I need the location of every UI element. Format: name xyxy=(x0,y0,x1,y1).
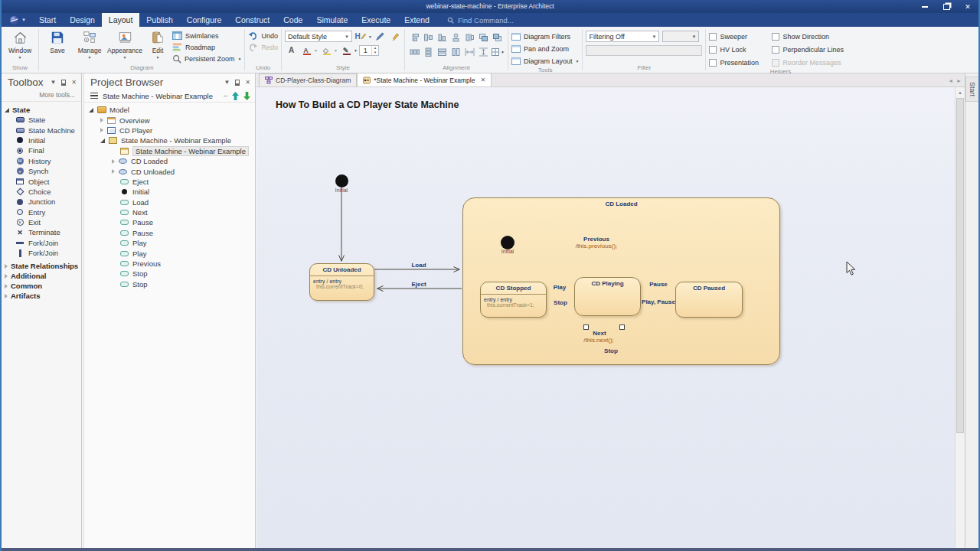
state-cd-unloaded[interactable]: CD Unloaded entry / entry this.currentTr… xyxy=(309,263,374,301)
align-bottom-button[interactable] xyxy=(436,31,449,44)
vertical-scrollbar[interactable]: ▲ xyxy=(955,87,965,548)
browser-collapse-icon[interactable]: – xyxy=(224,92,227,99)
space-evenly-h-button[interactable] xyxy=(408,46,422,58)
space-evenly-v-button[interactable] xyxy=(422,46,436,58)
toolbox-item-choice[interactable]: Choice xyxy=(5,187,81,197)
tab-configure[interactable]: Configure xyxy=(180,13,229,27)
save-button[interactable]: Save xyxy=(42,28,73,54)
toolbox-item-state[interactable]: State xyxy=(5,115,81,125)
tab-start[interactable]: Start xyxy=(32,13,63,27)
transition-label-play[interactable]: Play xyxy=(554,284,566,291)
redo-button[interactable]: Redo xyxy=(248,42,278,52)
transition-effect-next[interactable]: /this.next(); xyxy=(583,337,614,344)
bring-forward-button[interactable] xyxy=(477,31,491,44)
filtering-combobox[interactable]: Filtering Off ▼ xyxy=(586,31,659,42)
tree-row-previous[interactable]: Previous xyxy=(89,259,255,269)
presentation-checkbox[interactable]: Presentation xyxy=(709,57,769,67)
edit-button[interactable]: Edit ▼ xyxy=(145,28,171,60)
find-command[interactable]: Find Command... xyxy=(447,13,514,27)
initial-node-inner[interactable] xyxy=(501,236,514,249)
align-right-button[interactable] xyxy=(463,31,477,44)
tab-publish[interactable]: Publish xyxy=(139,13,179,27)
tree-row-play-1[interactable]: Play xyxy=(89,238,255,248)
toolbox-item-final[interactable]: Final xyxy=(5,145,81,155)
tree-row-state-machine-diagram[interactable]: State Machine - Webinar Example xyxy=(89,146,255,156)
manage-button[interactable]: Manage ▼ xyxy=(74,28,105,60)
app-menu-button[interactable]: ▼ xyxy=(2,13,32,27)
scroll-up-icon[interactable]: ▲ xyxy=(956,87,965,97)
toolbox-section-artifacts[interactable]: Artifacts xyxy=(5,291,81,301)
window-button[interactable]: Window ▼ xyxy=(5,28,35,60)
tree-row-cd-unloaded[interactable]: CD Unloaded xyxy=(89,166,255,176)
transition-label-previous[interactable]: Previous xyxy=(583,236,609,243)
restore-button[interactable] xyxy=(942,2,951,11)
show-direction-checkbox[interactable]: Show Direction xyxy=(772,31,851,41)
hv-lock-checkbox[interactable]: HV Lock xyxy=(709,44,769,54)
line-color-button[interactable]: ✎ xyxy=(339,44,352,56)
tab-layout[interactable]: Layout xyxy=(102,13,140,27)
state-cd-paused[interactable]: CD Paused xyxy=(675,282,743,318)
grid-options-button[interactable]: ▼ xyxy=(491,46,505,58)
navigate-up-icon[interactable] xyxy=(232,92,239,100)
tab-extend[interactable]: Extend xyxy=(397,13,436,27)
filter-text-input[interactable] xyxy=(586,45,702,56)
toolbox-section-additional[interactable]: Additional xyxy=(5,271,81,281)
browser-menu-icon[interactable] xyxy=(90,93,98,99)
transition-effect-previous[interactable]: /this.previous(); xyxy=(576,243,618,249)
transition-label-next[interactable]: Next xyxy=(593,330,606,337)
tab-construct[interactable]: Construct xyxy=(228,13,276,27)
diagram-canvas[interactable]: How To Build a CD Player State Machine xyxy=(256,87,955,548)
font-button[interactable]: A xyxy=(285,44,298,56)
reorder-messages-checkbox[interactable]: Reorder Messages xyxy=(772,57,851,67)
persistent-zoom-button[interactable]: Persistent Zoom ▼ xyxy=(172,54,241,64)
brush-style-button[interactable] xyxy=(388,31,401,42)
toolbox-item-entry[interactable]: Entry xyxy=(5,207,81,217)
tree-row-stop-2[interactable]: Stop xyxy=(89,279,255,289)
navigate-down-icon[interactable] xyxy=(243,92,250,100)
default-style-combobox[interactable]: Default Style ▼ xyxy=(285,31,352,42)
tree-row-model[interactable]: Model xyxy=(89,105,255,115)
tree-row-overview[interactable]: Overview xyxy=(89,115,255,125)
toolbox-item-fork-join-h[interactable]: Fork/Join xyxy=(5,238,81,248)
tree-row-initial[interactable]: Initial xyxy=(89,187,255,197)
scrollbar-thumb[interactable] xyxy=(956,98,964,433)
fit-height-button[interactable] xyxy=(477,46,491,58)
filter-secondary-combobox[interactable]: ▼ xyxy=(662,31,699,42)
transition-label-play-pause[interactable]: Play, Pause xyxy=(642,298,675,305)
docked-tab-start[interactable]: Start xyxy=(965,77,978,102)
tab-execute[interactable]: Execute xyxy=(354,13,397,27)
tree-row-cd-loaded[interactable]: CD Loaded xyxy=(89,156,255,166)
tree-row-pause-1[interactable]: Pause xyxy=(89,217,255,227)
tab-code[interactable]: Code xyxy=(276,13,309,27)
send-backward-button[interactable] xyxy=(491,31,505,44)
tree-row-state-machine-package[interactable]: State Machine - Webinar Example xyxy=(89,135,255,145)
perpendicular-lines-checkbox[interactable]: Perpendicular Lines xyxy=(772,44,851,54)
sweeper-checkbox[interactable]: Sweeper xyxy=(709,31,769,41)
toolbox-item-state-machine[interactable]: State Machine xyxy=(5,125,81,135)
selection-handle[interactable] xyxy=(619,324,625,330)
diagram-filters-button[interactable]: Diagram Filters xyxy=(511,31,580,41)
tab-close-icon[interactable]: ✕ xyxy=(480,77,485,83)
toolbox-item-junction[interactable]: Junction xyxy=(5,197,81,207)
toolbox-item-terminate[interactable]: ✕Terminate xyxy=(5,227,81,237)
tree-row-play-2[interactable]: Play xyxy=(89,248,255,258)
tab-design[interactable]: Design xyxy=(63,13,102,27)
project-browser-close-icon[interactable]: ✕ xyxy=(245,79,250,86)
style-history-button[interactable]: H xyxy=(354,31,367,42)
tree-row-load[interactable]: Load xyxy=(89,197,255,207)
transition-label-eject[interactable]: Eject xyxy=(411,281,426,288)
project-browser-menu-caret-icon[interactable]: ▼ xyxy=(224,79,230,86)
appearance-button[interactable]: Appearance ▼ xyxy=(106,28,143,60)
minimize-button[interactable] xyxy=(920,2,929,11)
align-top-button[interactable] xyxy=(408,31,422,44)
fit-width-button[interactable] xyxy=(463,46,477,58)
diagram-layout-button[interactable]: Diagram Layout ▼ xyxy=(511,56,580,66)
state-cd-playing[interactable]: CD Playing xyxy=(574,277,641,316)
tab-cd-player-class-diagram[interactable]: CD-Player-Class-Diagram xyxy=(259,73,357,86)
toolbox-menu-caret-icon[interactable]: ▼ xyxy=(50,79,56,86)
toolbox-item-synch[interactable]: +Synch xyxy=(5,166,81,176)
close-button[interactable]: ✕ xyxy=(963,2,972,11)
transition-label-pause[interactable]: Pause xyxy=(649,281,668,288)
tree-row-next[interactable]: Next xyxy=(89,207,255,217)
same-width-button[interactable] xyxy=(436,46,449,58)
